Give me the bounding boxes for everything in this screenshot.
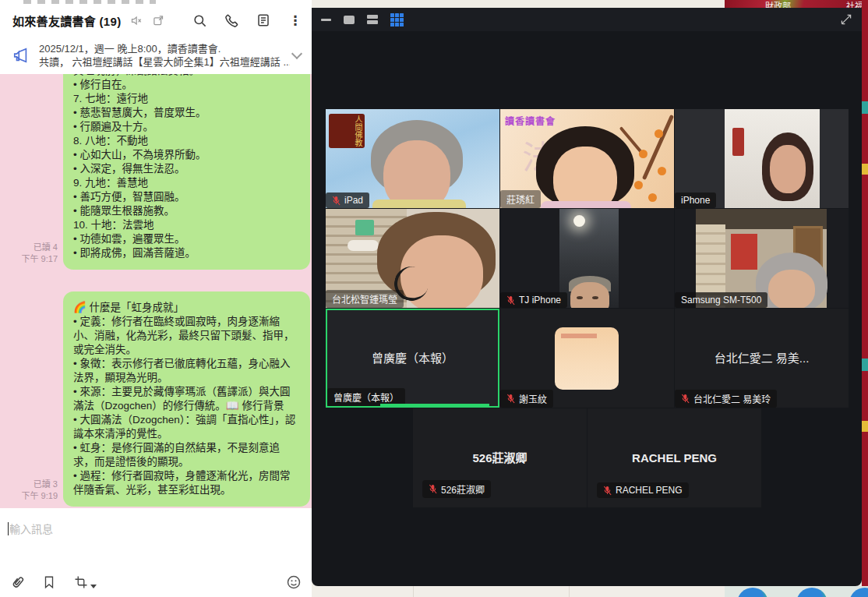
participant-name: 台北松智鍾瑪瑩 [332, 292, 397, 306]
pinned-text: 2025/12/1，週一 晚上8:00，讀香讀書會. 共讀， 六祖壇經講話【星雲… [39, 42, 290, 69]
message-status: 已讀 3 下午 9:19 [22, 479, 58, 502]
chat-header: 如來善友讀書會 (19) ⋮ [0, 4, 312, 37]
chat-title: 如來善友讀書會 (19) [12, 12, 121, 29]
read-count: 已讀 3 [22, 479, 58, 490]
participant-center-name: RACHEL PENG [587, 450, 761, 464]
chevron-down-icon[interactable] [291, 48, 302, 59]
participant-label: Samsung SM-T500 [675, 292, 767, 308]
desktop-bottom-strip [312, 586, 868, 597]
participant-name: 台北仁愛二 易美玲 [693, 392, 771, 405]
text-caret [8, 522, 9, 535]
minimize-icon[interactable] [321, 19, 331, 21]
message-line: • 來源：主要見於藏傳寧瑪派（舊譯派）與大圓滿法（Dzogchen）的修行傳統。… [73, 385, 300, 413]
message-line: • 大圓滿法（Dzogchen）：強調「直指心性」，認識本來清淨的覺性。 [73, 413, 300, 441]
gallery-view-icon[interactable] [390, 13, 404, 26]
megaphone-icon [12, 47, 30, 64]
composer: 輸入訊息 [0, 508, 312, 597]
message-line: • 定義：修行者在臨終或圓寂時，肉身逐漸縮小、消融，化為光彩，最終只留下頭髮、指… [73, 315, 300, 357]
message-line: • 象徵：表示修行者已徹底轉化五蘊，身心融入法界，顯現為光明。 [73, 357, 300, 385]
message-line: • 能隨眾生根器施教。 [73, 204, 300, 218]
video-tile-taipei-renai[interactable]: 台北仁愛二 易美... 台北仁愛二 易美玲 [675, 309, 849, 408]
video-tile-tseng-active-speaker[interactable]: 曾廣慶（本報） 曾廣慶（本報） [326, 309, 499, 408]
popout-icon [150, 12, 167, 29]
video-tile-526[interactable]: 526莊淑卿 526莊淑卿 [413, 408, 587, 507]
expand-icon[interactable] [840, 13, 852, 26]
message-bubble: 真理現前，深觀諸法實相。• 修行自在。7. 七地：遠行地• 慈悲智慧廣大，普度眾… [63, 74, 310, 270]
participant-label: 莊琇紅 [500, 190, 541, 208]
wallpaper-edge [862, 0, 868, 597]
message-row: 已讀 4 下午 9:17 真理現前，深觀諸法實相。• 修行自在。7. 七地：遠行… [0, 74, 312, 270]
video-tile-hsieh[interactable]: 謝玉紋 [500, 309, 674, 408]
message-line: 🌈 什麼是「虹身成就」 [73, 301, 300, 315]
message-area: 已讀 4 下午 9:17 真理現前，深觀諸法實相。• 修行自在。7. 七地：遠行… [0, 74, 312, 508]
message-line: • 行願遍及十方。 [73, 120, 300, 134]
message-line: 7. 七地：遠行地 [73, 92, 300, 106]
video-tile-iphone[interactable]: iPhone [675, 109, 849, 208]
wallpaper-bottom [725, 586, 868, 597]
participant-name: Samsung SM-T500 [681, 295, 761, 306]
video-tile-ipad[interactable]: 人間佛教 iPad [326, 109, 499, 208]
participant-name: iPad [344, 195, 363, 206]
emoji-icon[interactable] [285, 574, 302, 591]
crop-dropdown-caret [90, 585, 97, 588]
mic-muted-icon [429, 484, 437, 494]
message-line: 10. 十地：法雲地 [73, 218, 300, 232]
participant-name: 526莊淑卿 [441, 482, 485, 496]
meeting-window: 人間佛教 iPad 讀香讀書會 法 莊琇紅 [312, 8, 862, 586]
video-overlay-title: 讀香讀書會 [505, 114, 556, 127]
message-line: • 虹身：是修行圓滿的自然結果，不是刻意追求，而是證悟後的顯現。 [73, 441, 300, 469]
message-line: • 功德如雲，遍覆眾生。 [73, 232, 300, 246]
participant-name: 曾廣慶（本報） [333, 390, 399, 404]
desktop-background: 財政部 社福 人間佛教 [312, 0, 868, 597]
pinned-announcement[interactable]: 2025/12/1，週一 晚上8:00，讀香讀書會. 共讀， 六祖壇經講話【星雲… [0, 37, 312, 74]
split-view-icon[interactable] [367, 15, 378, 24]
message-status: 已讀 4 下午 9:17 [22, 242, 58, 265]
message-line: • 修行自在。 [73, 78, 300, 92]
participant-center-name: 526莊淑卿 [413, 449, 587, 465]
wallpaper-circle [849, 588, 868, 597]
mic-muted-icon [603, 486, 612, 496]
participant-label: TJ iPhone [500, 292, 567, 308]
timestamp: 下午 9:17 [22, 253, 58, 265]
video-tile-taipei-sungchih[interactable]: 台北松智鍾瑪瑩 [326, 209, 499, 308]
participant-label: iPad [326, 193, 369, 208]
video-tile-chuang-hsiu-hung[interactable]: 讀香讀書會 法 莊琇紅 [500, 109, 674, 208]
message-line: • 心如大山，不為境界所動。 [73, 148, 300, 162]
mic-muted-icon [506, 394, 515, 404]
message-bubble: 🌈 什麼是「虹身成就」• 定義：修行者在臨終或圓寂時，肉身逐漸縮小、消融，化為光… [63, 291, 310, 507]
video-tile-samsung[interactable]: Samsung SM-T500 [675, 209, 849, 308]
participant-label: 謝玉紋 [500, 390, 553, 408]
meeting-titlebar [312, 8, 862, 31]
participant-name: TJ iPhone [519, 295, 561, 306]
speaker-view-icon[interactable] [344, 16, 355, 24]
message-line: • 即將成佛，圓滿菩薩道。 [73, 246, 300, 260]
attach-icon[interactable] [9, 574, 26, 591]
call-icon[interactable] [223, 12, 240, 29]
message-line: • 入深定，得無生法忍。 [73, 162, 300, 176]
pinned-line1: 2025/12/1，週一 晚上8:00，讀香讀書會. [39, 42, 290, 55]
participant-label: 526莊淑卿 [422, 480, 491, 498]
speaking-indicator [380, 404, 489, 406]
mic-muted-icon [506, 295, 515, 306]
participant-label: iPhone [675, 193, 716, 208]
menu-kebab-icon[interactable]: ⋮ [287, 12, 304, 29]
message-input[interactable]: 輸入訊息 [8, 521, 53, 536]
message-line: • 過程：修行者圓寂時，身體逐漸化光，房間常伴隨香氣、光彩，甚至彩虹出現。 [73, 469, 300, 497]
mic-muted-icon [332, 196, 340, 206]
mic-muted-icon [681, 394, 690, 404]
input-placeholder: 輸入訊息 [9, 521, 53, 536]
video-overlay-banner: 人間佛教 [329, 114, 365, 148]
pinned-line2: 共讀， 六祖壇經講話【星雲大師全集1】六祖壇經講話 ... [39, 55, 290, 69]
timestamp: 下午 9:19 [22, 490, 58, 502]
participant-name: 莊琇紅 [506, 193, 535, 206]
participant-name: 謝玉紋 [519, 392, 547, 405]
search-icon[interactable] [191, 12, 208, 29]
participant-avatar [555, 327, 619, 390]
keep-bookmark-icon[interactable] [41, 574, 58, 591]
video-tile-rachel[interactable]: RACHEL PENG RACHEL PENG [587, 408, 761, 507]
video-tile-tj-iphone[interactable]: TJ iPhone [500, 209, 674, 308]
notes-icon[interactable] [255, 12, 272, 29]
wallpaper-circle [796, 588, 827, 597]
capture-crop-icon[interactable] [72, 574, 98, 591]
participant-name: RACHEL PENG [616, 485, 683, 496]
